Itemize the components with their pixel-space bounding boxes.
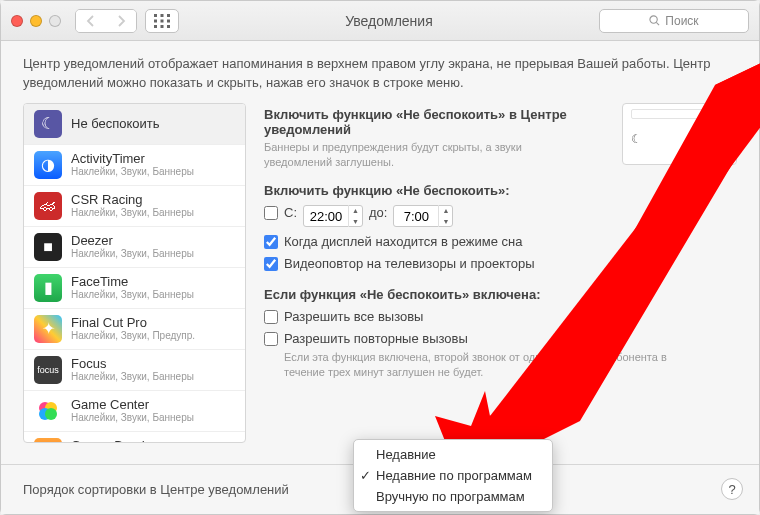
allow-all-calls-row[interactable]: Разрешить все вызовы [264,309,737,324]
repeated-calls-checkbox[interactable] [264,332,278,346]
minimize-window-button[interactable] [30,15,42,27]
schedule-heading: Включить функцию «Не беспокоить»: [264,183,737,198]
moon-icon: ☾ [631,132,642,146]
sidebar-item-label: FaceTime [71,274,194,290]
close-window-button[interactable] [11,15,23,27]
sidebar-item[interactable]: 🎸 GarageBandНаклейки, Звуки, Баннеры [24,432,245,443]
svg-line-10 [657,22,660,25]
svg-rect-0 [154,14,157,17]
time-stepper[interactable]: ▲▼ [348,205,362,227]
app-icon [34,397,62,425]
sort-option-recent-by-app[interactable]: Недавние по программам [354,465,552,486]
time-range-row: С: ▲▼ до: ▲▼ [264,205,737,227]
search-icon [649,15,660,26]
settings-panel: 🔍≡ ☾ Включить функцию «Не беспокоить» в … [246,103,737,443]
preferences-window: Уведомления Поиск Центр уведомлений отоб… [0,0,760,515]
time-to-field[interactable]: ▲▼ [393,205,453,227]
svg-rect-3 [154,19,157,22]
help-button[interactable]: ? [721,478,743,500]
sidebar-item-sub: Наклейки, Звуки, Баннеры [71,412,194,424]
when-dnd-heading: Если функция «Не беспокоить» включена: [264,287,737,302]
svg-rect-2 [167,14,170,17]
sidebar-item-sub: Наклейки, Звуки, Баннеры [71,289,194,301]
search-field[interactable]: Поиск [599,9,749,33]
sidebar-item-sub: Наклейки, Звуки, Предупр. [71,330,195,342]
repeated-calls-label: Разрешить повторные вызовы [284,331,468,346]
sidebar-item[interactable]: ■ DeezerНаклейки, Звуки, Баннеры [24,227,245,268]
time-stepper[interactable]: ▲▼ [438,205,452,227]
svg-rect-6 [154,25,157,28]
window-title: Уведомления [179,13,599,29]
svg-point-14 [45,408,57,420]
svg-rect-4 [161,19,164,22]
description-text: Центр уведомлений отображает напоминания… [1,41,759,103]
sidebar-item-label: Focus [71,356,194,372]
sidebar-item-sub: Наклейки, Звуки, Баннеры [71,248,194,260]
sidebar-item[interactable]: Game CenterНаклейки, Звуки, Баннеры [24,391,245,432]
app-icon: ✦ [34,315,62,343]
content-area: ☾ Не беспокоить ◑ ActivityTimerНаклейки,… [1,103,759,443]
svg-rect-5 [167,19,170,22]
sidebar-item[interactable]: ▮ FaceTimeНаклейки, Звуки, Баннеры [24,268,245,309]
sidebar-item-label: Final Cut Pro [71,315,195,331]
mirroring-checkbox[interactable] [264,257,278,271]
back-button[interactable] [76,10,106,32]
app-icon: ◑ [34,151,62,179]
time-from-field[interactable]: ▲▼ [303,205,363,227]
time-from-input[interactable] [304,210,348,224]
sort-option-recent[interactable]: Недавние [354,444,552,465]
mirroring-label: Видеоповтор на телевизоры и проекторы [284,256,535,271]
app-list[interactable]: ☾ Не беспокоить ◑ ActivityTimerНаклейки,… [23,103,246,443]
allow-all-calls-checkbox[interactable] [264,310,278,324]
mirroring-row[interactable]: Видеоповтор на телевизоры и проекторы [264,256,737,271]
sidebar-item[interactable]: ◑ ActivityTimerНаклейки, Звуки, Баннеры [24,145,245,186]
sidebar-item[interactable]: focus FocusНаклейки, Звуки, Баннеры [24,350,245,391]
moon-icon: ☾ [34,110,62,138]
zoom-window-button [49,15,61,27]
app-icon: focus [34,356,62,384]
sort-option-manual-by-app[interactable]: Вручную по программам [354,486,552,507]
dnd-toggle-preview [698,131,728,148]
display-sleep-row[interactable]: Когда дисплей находится в режиме сна [264,234,737,249]
notification-center-preview: 🔍≡ ☾ [622,103,737,165]
grid-icon [154,14,170,28]
time-to-label: до: [369,205,387,220]
enable-dnd-subtext: Баннеры и предупреждения будут скрыты, а… [264,140,574,170]
sidebar-item-sub: Наклейки, Звуки, Баннеры [71,166,194,178]
sidebar-item[interactable]: 🏎 CSR RacingНаклейки, Звуки, Баннеры [24,186,245,227]
display-sleep-label: Когда дисплей находится в режиме сна [284,234,522,249]
menu-icon: ≡ [720,110,724,117]
display-sleep-checkbox[interactable] [264,235,278,249]
search-icon: 🔍 [708,110,717,118]
sort-order-popup: Недавние Недавние по программам Вручную … [353,439,553,512]
sidebar-item-sub: Наклейки, Звуки, Баннеры [71,207,194,219]
show-all-button[interactable] [145,9,179,33]
preview-searchbar: 🔍≡ [631,109,728,119]
nav-segment [75,9,137,33]
repeated-calls-row[interactable]: Разрешить повторные вызовы [264,331,737,346]
enable-dnd-heading: Включить функцию «Не беспокоить» в Центр… [264,107,574,137]
app-icon: 🏎 [34,192,62,220]
search-placeholder: Поиск [665,14,698,28]
app-icon: ▮ [34,274,62,302]
sidebar-item-label: Не беспокоить [71,116,160,132]
time-to-input[interactable] [394,210,438,224]
time-range-checkbox[interactable] [264,206,278,220]
titlebar: Уведомления Поиск [1,1,759,41]
sidebar-item-dnd[interactable]: ☾ Не беспокоить [24,104,245,145]
svg-point-9 [650,16,657,23]
sidebar-item-label: GarageBand [71,438,194,443]
app-icon: 🎸 [34,438,62,443]
time-from-label: С: [284,205,297,220]
sidebar-item[interactable]: ✦ Final Cut ProНаклейки, Звуки, Предупр. [24,309,245,350]
sort-order-label: Порядок сортировки в Центре уведомлений [23,482,289,497]
sidebar-item-label: Deezer [71,233,194,249]
sidebar-item-label: Game Center [71,397,194,413]
forward-button[interactable] [106,10,136,32]
traffic-lights [11,15,61,27]
sidebar-item-sub: Наклейки, Звуки, Баннеры [71,371,194,383]
svg-rect-7 [161,25,164,28]
sidebar-item-label: ActivityTimer [71,151,194,167]
svg-rect-1 [161,14,164,17]
repeated-calls-note: Если эта функция включена, второй звонок… [284,350,704,380]
